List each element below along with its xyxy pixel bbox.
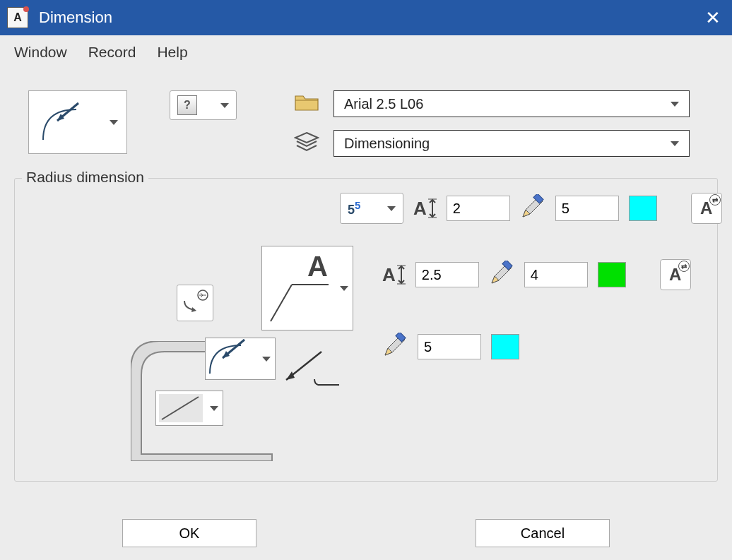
pencil-icon (520, 194, 545, 222)
question-icon: ? (177, 95, 197, 115)
svg-marker-9 (191, 307, 196, 312)
text-height-icon: A (413, 198, 437, 220)
line-style-icon (156, 391, 206, 425)
font-value: Arial 2.5 L06 (344, 96, 423, 112)
tolerance-format-picker[interactable]: 55 (340, 193, 403, 224)
arrowhead-style-button[interactable] (177, 285, 213, 321)
chevron-down-icon (671, 141, 679, 146)
arrowhead-style-icon (181, 289, 209, 317)
text-height-icon: A (382, 264, 406, 286)
folder-icon (294, 92, 319, 116)
svg-text:A: A (307, 251, 328, 282)
text-font-override-button[interactable]: A⇄ (660, 259, 691, 290)
radius-arrow-icon (37, 101, 87, 143)
radius-dimension-group: Radius dimension (14, 178, 718, 482)
text-color-swatch[interactable] (598, 262, 626, 287)
unknown-tool-picker[interactable]: ? (170, 90, 237, 120)
svg-line-12 (271, 285, 292, 321)
chevron-down-icon (110, 120, 118, 125)
svg-marker-3 (286, 371, 295, 380)
tolerance-base: 5 (348, 203, 355, 217)
title-bar: A Dimension ✕ (0, 0, 732, 35)
dimension-type-picker[interactable] (28, 90, 127, 154)
text-row: A A⇄ (382, 259, 722, 290)
font-dropdown[interactable]: Arial 2.5 L06 (333, 90, 690, 117)
chevron-down-icon (387, 206, 396, 211)
chevron-down-icon (220, 103, 229, 108)
line-pen-input[interactable] (418, 334, 481, 359)
text-height-input[interactable] (415, 262, 479, 287)
arc-endpoint-icon (206, 338, 258, 379)
layer-value: Dimensioning (344, 136, 430, 152)
chevron-down-icon (262, 357, 271, 362)
text-pen-input[interactable] (524, 262, 588, 287)
tolerance-pen-input[interactable] (555, 196, 619, 221)
tolerance-text-height-input[interactable] (447, 196, 510, 221)
tolerance-row: 55 A A⇄ (340, 193, 722, 224)
svg-line-15 (162, 397, 199, 419)
close-button[interactable]: ✕ (701, 7, 725, 29)
menu-record[interactable]: Record (88, 44, 136, 61)
layer-dropdown[interactable]: Dimensioning (333, 130, 690, 157)
pencil-icon (382, 333, 408, 361)
menu-window[interactable]: Window (14, 44, 67, 61)
leader-arrow-icon (279, 348, 343, 398)
cancel-button[interactable]: Cancel (476, 519, 610, 547)
menu-help[interactable]: Help (157, 44, 187, 61)
chevron-down-icon (210, 406, 218, 411)
swap-icon: ⇄ (709, 194, 721, 205)
menu-bar: Window Record Help (0, 35, 732, 69)
tolerance-sup: 5 (355, 199, 360, 211)
dialog-body: ? Arial 2.5 L06 Dimensioning (0, 69, 732, 560)
tolerance-color-swatch[interactable] (629, 196, 657, 221)
pencil-icon (489, 261, 514, 289)
layers-icon (294, 131, 319, 155)
swap-icon: ⇄ (678, 261, 690, 272)
dimension-preview: A (25, 193, 321, 468)
tolerance-font-override-button[interactable]: A⇄ (691, 193, 722, 224)
line-style-picker[interactable] (155, 391, 223, 426)
fieldset-legend: Radius dimension (22, 169, 148, 186)
text-placement-icon: A (262, 246, 336, 330)
arc-endpoint-picker[interactable] (205, 338, 276, 380)
window-title: Dimension (39, 8, 112, 27)
line-color-swatch[interactable] (491, 334, 519, 359)
app-icon: A (7, 7, 28, 28)
ok-button[interactable]: OK (122, 519, 256, 547)
line-row (382, 333, 722, 361)
chevron-down-icon (671, 102, 679, 107)
